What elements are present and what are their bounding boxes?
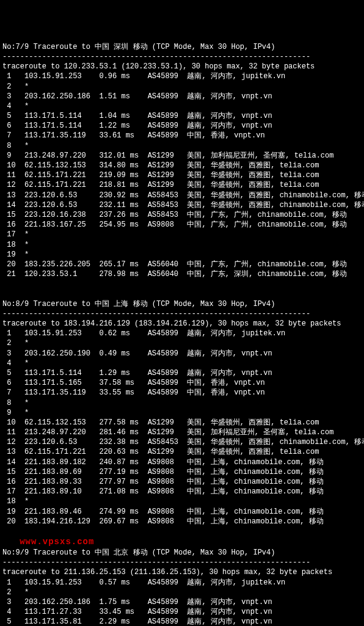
hop-row: 7 113.171.35.119 33.61 ms AS45899 中国, 香港… (2, 131, 362, 140)
hop-row: 14 223.120.6.53 232.11 ms AS58453 美国, 华盛… (2, 200, 362, 210)
hop-row: 5 113.171.5.114 1.29 ms AS45899 越南, 河内市,… (2, 368, 362, 378)
hop-row: 2 * (2, 588, 362, 597)
trace-header: No:8/9 Traceroute to 中国 上海 移动 (TCP Mode,… (2, 299, 362, 309)
blank (2, 279, 362, 289)
hop-row: 5 113.171.35.81 2.29 ms AS45899 越南, 河内市,… (2, 617, 362, 626)
hop-row: 4 113.171.27.33 33.45 ms AS45899 越南, 河内市… (2, 607, 362, 617)
hop-row: 11 213.248.97.220 281.46 ms AS1299 美国, 加… (2, 428, 362, 437)
trace-header: No:7/9 Traceroute to 中国 深圳 移动 (TCP Mode,… (2, 42, 362, 52)
hop-row: 20 183.194.216.129 269.67 ms AS9808 中国, … (2, 517, 362, 526)
trace-cmd: traceroute to 120.233.53.1 (120.233.53.1… (2, 62, 362, 71)
hop-row: 1 103.15.91.253 0.57 ms AS45899 越南, 河内市,… (2, 578, 362, 588)
hop-row: 2 * (2, 338, 362, 348)
hop-row: 17 * (2, 230, 362, 239)
hop-row: 4 * (2, 358, 362, 368)
hop-row: 10 62.115.132.153 277.58 ms AS1299 美国, 华… (2, 418, 362, 428)
hop-row: 6 113.171.5.165 37.58 ms AS45899 中国, 香港,… (2, 378, 362, 388)
trace-header: No:9/9 Traceroute to 中国 北京 移动 (TCP Mode,… (2, 548, 362, 558)
hop-row: 8 * (2, 141, 362, 151)
hop-row: 19 221.183.89.46 274.99 ms AS9808 中国, 上海… (2, 507, 362, 517)
hop-row: 2 * (2, 82, 362, 92)
divider: ----------------------------------------… (2, 558, 362, 567)
hop-row: 7 113.171.35.119 33.55 ms AS45899 中国, 香港… (2, 388, 362, 398)
hop-row: 16 221.183.89.33 277.97 ms AS9808 中国, 上海… (2, 477, 362, 487)
hop-row: 3 203.162.250.186 1.51 ms AS45899 越南, 河内… (2, 92, 362, 101)
hop-row: 12 62.115.171.221 218.81 ms AS1299 美国, 华… (2, 180, 362, 190)
hop-row: 14 221.183.89.182 240.87 ms AS9808 中国, 上… (2, 457, 362, 467)
hop-row: 18 * (2, 497, 362, 506)
hop-row: 13 223.120.6.53 230.92 ms AS58453 美国, 华盛… (2, 191, 362, 200)
hop-row: 17 221.183.89.10 271.08 ms AS9808 中国, 上海… (2, 487, 362, 497)
hop-row: 20 183.235.226.205 265.17 ms AS56040 中国,… (2, 260, 362, 269)
hop-row: 16 221.183.167.25 254.95 ms AS9808 中国, 广… (2, 220, 362, 230)
trace-cmd: traceroute to 211.136.25.153 (211.136.25… (2, 567, 362, 577)
hop-row: 3 203.162.250.186 1.75 ms AS45899 越南, 河内… (2, 597, 362, 607)
hop-row: 5 113.171.5.114 1.04 ms AS45899 越南, 河内市,… (2, 111, 362, 121)
divider: ----------------------------------------… (2, 309, 362, 319)
blank (2, 289, 362, 299)
hop-row: 10 62.115.132.153 314.80 ms AS1299 美国, 华… (2, 161, 362, 170)
hop-row: 9 213.248.97.220 312.01 ms AS1299 美国, 加利… (2, 151, 362, 161)
hop-row: 8 * (2, 398, 362, 408)
hop-row: 11 62.115.171.221 219.09 ms AS1299 美国, 华… (2, 170, 362, 180)
hop-row: 1 103.15.91.253 0.96 ms AS45899 越南, 河内市,… (2, 71, 362, 81)
hop-row: 9 * (2, 408, 362, 418)
hop-row: 18 * (2, 240, 362, 250)
hop-row: 15 223.120.16.238 237.26 ms AS58453 中国, … (2, 210, 362, 220)
hop-row: 19 * (2, 250, 362, 260)
hop-row: 15 221.183.89.69 277.19 ms AS9808 中国, 上海… (2, 467, 362, 477)
hop-row: 21 120.233.53.1 278.98 ms AS56040 中国, 广东… (2, 269, 362, 279)
hop-row: 4 * (2, 101, 362, 111)
trace-cmd: traceroute to 183.194.216.129 (183.194.2… (2, 319, 362, 329)
hop-row: 3 203.162.250.190 0.49 ms AS45899 越南, 河内… (2, 349, 362, 358)
blank (2, 526, 362, 536)
watermark-mid: www.vpsxs.com (2, 536, 362, 548)
terminal-output: No:7/9 Traceroute to 中国 深圳 移动 (TCP Mode,… (2, 42, 362, 626)
hop-row: 6 113.171.5.114 1.22 ms AS45899 越南, 河内市,… (2, 121, 362, 131)
hop-row: 12 223.120.6.53 232.38 ms AS58453 美国, 华盛… (2, 437, 362, 447)
hop-row: 1 103.15.91.253 0.62 ms AS45899 越南, 河内市,… (2, 329, 362, 338)
divider: ----------------------------------------… (2, 52, 362, 62)
hop-row: 13 62.115.171.221 220.63 ms AS1299 美国, 华… (2, 447, 362, 457)
